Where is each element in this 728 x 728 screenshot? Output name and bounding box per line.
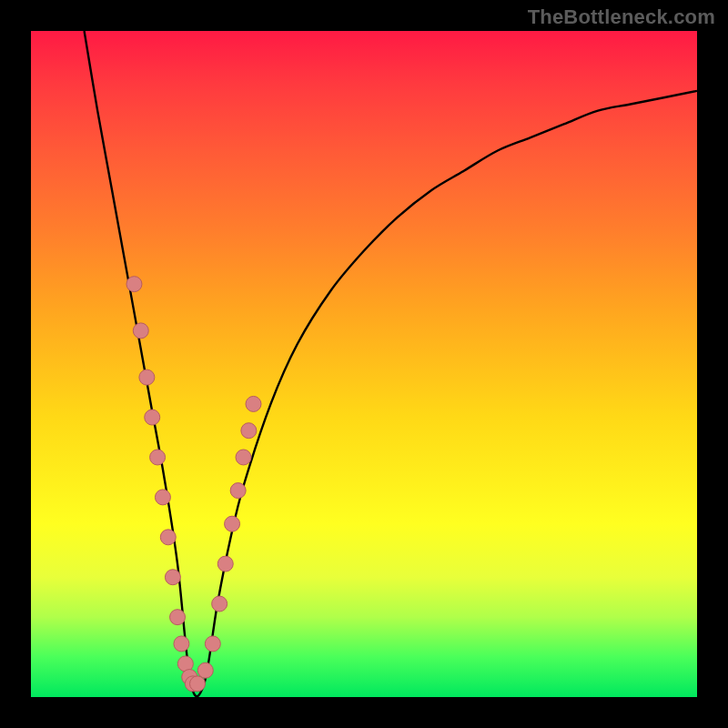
marker-dot <box>225 516 240 531</box>
marker-dot <box>155 490 170 505</box>
marker-dot <box>230 483 246 499</box>
marker-dot <box>197 662 213 678</box>
marker-dot <box>212 596 228 612</box>
marker-dot <box>241 423 257 439</box>
curve-series <box>85 31 697 696</box>
marker-dot <box>174 636 189 652</box>
marker-dot <box>133 323 148 339</box>
marker-dot <box>160 530 176 545</box>
marker-dot <box>217 556 233 571</box>
marker-dot <box>190 676 206 692</box>
marker-dot <box>246 396 261 411</box>
marker-dot <box>150 450 166 465</box>
marker-dot <box>170 610 186 625</box>
marker-dot <box>205 636 220 652</box>
plot-area <box>31 31 697 697</box>
curve-line <box>85 31 697 696</box>
marker-dot <box>139 369 155 385</box>
marker-series <box>126 277 261 692</box>
chart-frame: TheBottleneck.com <box>0 0 728 728</box>
watermark-text: TheBottleneck.com <box>528 5 715 29</box>
marker-dot <box>145 410 160 425</box>
marker-dot <box>236 450 251 465</box>
marker-dot <box>165 570 180 585</box>
chart-svg <box>31 31 697 697</box>
marker-dot <box>126 277 142 292</box>
